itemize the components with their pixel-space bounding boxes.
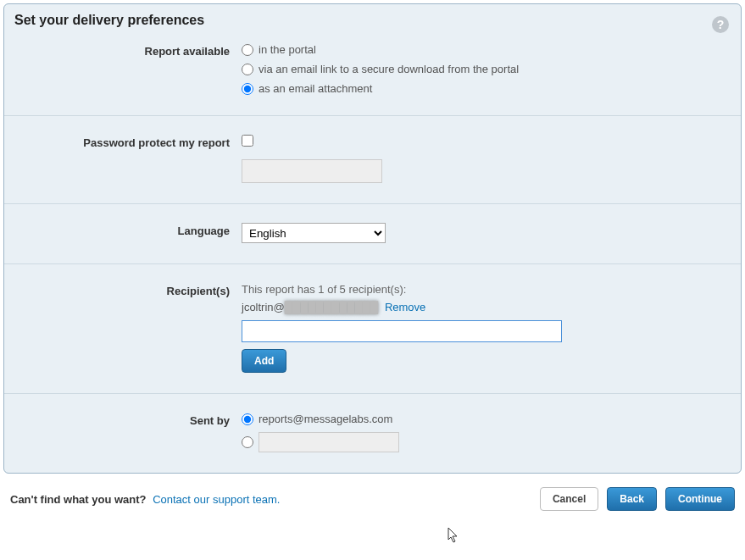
radio-in-portal-label: in the portal [259, 43, 316, 56]
cancel-button[interactable]: Cancel [540, 487, 598, 511]
radio-in-portal[interactable] [242, 44, 253, 56]
controls-language: English [242, 223, 731, 243]
controls-sent-by: reports@messagelabs.com [242, 413, 731, 452]
radio-sent-default[interactable] [242, 413, 253, 425]
sent-default-label: reports@messagelabs.com [259, 413, 392, 425]
recipients-count-text: This report has 1 of 5 recipient(s): [242, 283, 731, 296]
footer-prompt: Can't find what you want? [10, 493, 147, 506]
footer-text: Can't find what you want? Contact our su… [10, 493, 280, 506]
remove-recipient-link[interactable]: Remove [385, 301, 425, 313]
row-sent-by: Sent by reports@messagelabs.com [4, 394, 741, 473]
label-recipients: Recipient(s) [14, 283, 242, 297]
delivery-preferences-panel: Set your delivery preferences ? Report a… [3, 3, 742, 474]
radio-attachment[interactable] [242, 83, 253, 95]
row-password: Password protect my report [4, 116, 741, 204]
back-button[interactable]: Back [607, 487, 657, 511]
radio-attachment-label: as an email attachment [259, 82, 372, 95]
label-password: Password protect my report [14, 135, 242, 149]
recipient-email-prefix: jcoltrin@ [242, 301, 285, 313]
panel-header: Set your delivery preferences ? [4, 4, 741, 43]
row-report-available: Report available in the portal via an em… [4, 43, 741, 116]
password-input[interactable] [242, 159, 382, 183]
recipient-item: jcoltrin@████████████ Remove [242, 301, 731, 313]
footer-buttons: Cancel Back Continue [540, 487, 735, 511]
help-icon[interactable]: ? [712, 16, 729, 33]
label-language: Language [14, 223, 242, 237]
radio-email-link-label: via an email link to a secure download f… [259, 63, 519, 75]
controls-report-available: in the portal via an email link to a sec… [242, 43, 731, 95]
panel-title: Set your delivery preferences [14, 13, 731, 28]
controls-recipients: This report has 1 of 5 recipient(s): jco… [242, 283, 731, 373]
radio-email-link[interactable] [242, 64, 253, 75]
radio-sent-custom[interactable] [242, 436, 253, 448]
support-link[interactable]: Contact our support team. [153, 493, 280, 506]
footer: Can't find what you want? Contact our su… [3, 474, 742, 516]
row-language: Language English [4, 204, 741, 264]
recipient-email-blurred: ████████████ [285, 301, 379, 313]
continue-button[interactable]: Continue [665, 487, 735, 511]
language-select[interactable]: English [242, 223, 386, 243]
row-recipients: Recipient(s) This report has 1 of 5 reci… [4, 264, 741, 394]
checkbox-password-protect[interactable] [242, 135, 253, 147]
recipient-input[interactable] [242, 320, 562, 342]
label-report-available: Report available [14, 43, 242, 58]
add-recipient-button[interactable]: Add [242, 349, 286, 373]
label-sent-by: Sent by [14, 413, 242, 427]
controls-password [242, 135, 731, 183]
sent-custom-input[interactable] [259, 432, 399, 452]
